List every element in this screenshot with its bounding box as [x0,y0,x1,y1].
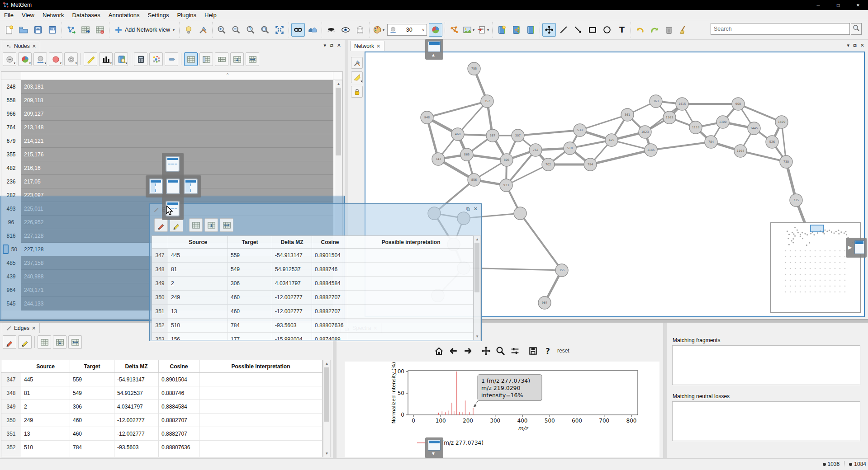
dock-menu-icon[interactable]: ▾ [847,42,849,48]
pen-yellow-button[interactable] [18,335,32,349]
dock-target-center-icon[interactable] [166,179,180,194]
row-header[interactable]: 482 [1,161,21,175]
interpretation-cell[interactable] [348,291,474,304]
row-header[interactable]: 350 [152,291,168,304]
target-cell[interactable]: 559 [228,249,272,262]
table-row[interactable]: 347445559-54.9131470.8901504 [152,249,473,263]
minimap-viewport[interactable] [811,225,824,232]
graph-node[interactable]: 784 [705,136,717,148]
row-header[interactable]: 350 [1,414,21,427]
bulb-button[interactable] [182,23,195,37]
plus-button[interactable]: Add Network view▾ [112,23,177,37]
circle-minus-button[interactable]: ▾ [3,52,16,66]
table-arrow-button[interactable] [68,335,82,349]
menu-network[interactable]: Network [38,10,68,20]
target-cell[interactable]: 784 [228,319,272,332]
scroll-thumb[interactable] [336,88,341,155]
target-cell[interactable]: 549 [70,386,114,400]
table-row[interactable]: 347445559-54.9131470.8901504 [1,373,323,386]
dock-target-right-icon[interactable] [184,179,198,194]
source-cell[interactable]: 445 [21,373,70,386]
table-down-button[interactable] [230,52,244,66]
scroll-thumb[interactable] [474,243,479,292]
dock-target-top-icon[interactable] [166,156,180,172]
edges-scrollbar[interactable]: ▲▼ [323,360,331,457]
column-header[interactable] [152,236,168,248]
row-header[interactable]: 764 [1,121,21,134]
menu-file[interactable]: File [0,10,18,20]
row-header[interactable]: 351 [1,427,21,440]
menu-settings[interactable]: Settings [143,10,173,20]
graph-node[interactable]: 1118 [689,121,702,134]
ellipse-button[interactable] [600,23,614,37]
graph-node[interactable]: 1023 [639,126,651,138]
pen-red-button[interactable] [154,218,168,232]
fullscreen-button[interactable] [273,23,286,37]
ring-button[interactable]: ▾ [64,52,78,66]
menu-view[interactable]: View [18,10,38,20]
graph-node[interactable]: 1194 [734,145,747,157]
graph-node[interactable]: 730 [780,155,792,168]
source-cell[interactable]: 249 [21,414,70,427]
row-header[interactable]: 236 [1,175,21,188]
ghost-button[interactable] [353,23,367,37]
mpl-back-button[interactable] [446,344,460,357]
notebook-light-button[interactable] [495,23,508,37]
delta-mz-cell[interactable]: -12.002777 [114,427,159,440]
column-header[interactable]: Delta MZ [114,360,159,372]
calculator-button[interactable] [134,52,147,66]
interpretation-cell[interactable] [199,414,323,427]
scroll-up-icon[interactable]: ▲ [335,80,342,87]
interpretation-cell[interactable] [348,319,474,332]
column-header[interactable]: Source [168,236,228,248]
source-cell[interactable]: 156 [21,454,70,457]
graph-node[interactable]: 735 [790,194,802,207]
pie-button[interactable]: ▾ [18,52,32,66]
cosine-cell[interactable]: 0.8884584 [312,277,348,290]
column-header[interactable]: Possible interpretation [199,360,323,372]
tab-edges[interactable]: Edges✕ [2,323,40,333]
menu-help[interactable]: Help [200,10,221,20]
graph-node[interactable]: 948 [421,111,433,124]
row-header[interactable]: 348 [1,386,21,400]
notebook-button[interactable] [524,23,537,37]
row-header[interactable]: 349 [1,400,21,413]
delta-mz-cell[interactable]: -93.5603 [272,319,312,332]
graph-node[interactable]: 1300 [716,116,729,128]
graph-node[interactable]: 526 [766,136,778,148]
dock-float-icon[interactable]: ⧉ [466,206,470,212]
matching-fragments-box[interactable] [672,345,860,385]
cosine-cell[interactable]: 0.8882707 [312,291,348,304]
pen-yellow-button[interactable] [170,218,183,232]
menu-annotations[interactable]: Annotations [104,10,144,20]
source-cell[interactable]: 81 [21,386,70,400]
graph-node[interactable]: 743 [432,153,445,165]
close-button[interactable]: ✕ [848,0,868,10]
target-cell[interactable]: 460 [228,291,272,304]
row-header[interactable]: 966 [1,107,21,121]
graph-node[interactable]: 361 [621,108,634,121]
table-grid-button[interactable] [189,218,203,232]
table-row[interactable]: 558209,118 [1,94,342,107]
interpretation-cell[interactable] [348,333,474,340]
mpl-help-button[interactable]: ? [540,344,555,357]
cosine-cell[interactable]: 0.888746 [159,386,199,400]
pie-button[interactable] [429,23,442,37]
rectangle-button[interactable] [586,23,599,37]
row-header[interactable]: 352 [1,441,21,454]
cosine-cell[interactable]: 0.8874089 [159,454,199,457]
cosine-cell[interactable]: 0.8874089 [312,333,348,340]
cosine-cell[interactable]: 0.8901504 [159,373,199,386]
node-mz-cell[interactable]: 209,118 [21,94,333,107]
row-header[interactable]: 248 [1,80,21,94]
cosine-cell[interactable]: 0.88807636 [159,441,199,454]
dock-float-icon[interactable]: ⧉ [330,42,333,48]
tab-close-icon[interactable]: ✕ [32,325,36,331]
floating-edges-panel[interactable]: Edges⧉✕SourceTargetDelta MZCosinePossibl… [149,203,482,341]
table-row[interactable]: 353156177-15.9920040.8874089 [152,333,473,340]
graph-node[interactable]: 762 [529,144,542,156]
cosine-cell[interactable]: 0.888746 [312,263,348,276]
interpretation-cell[interactable] [348,305,474,318]
source-cell[interactable]: 2 [168,277,228,290]
open-folder-button[interactable] [17,23,30,37]
